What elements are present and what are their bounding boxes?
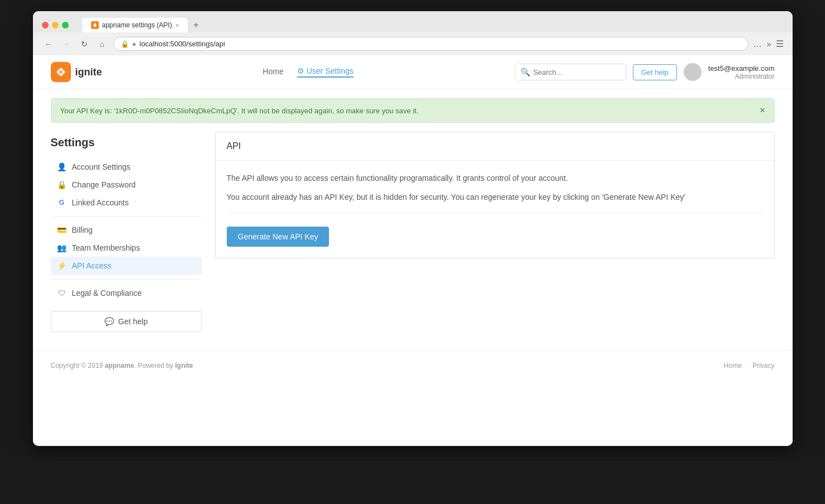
top-nav: ignite Home ⚙ User Settings 🔍 Get help t… [33, 55, 793, 89]
alert-close-btn[interactable]: × [760, 105, 765, 116]
security-icon: 🔒 [121, 40, 129, 48]
sidebar-label-team-memberships: Team Memberships [72, 243, 140, 252]
user-area: 🔍 Get help test5@example.com Administrat… [514, 63, 775, 81]
sidebar-get-help-btn[interactable]: 💬 Get help [51, 311, 202, 332]
sidebar-label-linked-accounts: Linked Accounts [72, 198, 129, 207]
sidebar-label-api-access: API Access [72, 261, 112, 270]
lock-icon: 🔒 [58, 180, 66, 189]
generate-api-key-btn[interactable]: Generate New API Key [227, 227, 330, 247]
person-icon: 👤 [58, 162, 66, 171]
sidebar-legal-section: 🛡 Legal & Compliance [51, 284, 202, 302]
browser-menu-btn[interactable]: ☰ [776, 39, 784, 49]
shield-icon: 🛡 [58, 289, 66, 297]
sidebar-item-linked-accounts[interactable]: G Linked Accounts [51, 194, 202, 212]
extensions-btn[interactable]: » [767, 40, 771, 49]
api-description-2: You account already has an API Key, but … [227, 191, 763, 203]
logo-area: ignite [51, 62, 102, 82]
google-icon: G [58, 198, 66, 207]
close-traffic-light[interactable] [42, 22, 49, 28]
search-icon: 🔍 [521, 68, 530, 76]
footer-copyright: Copyright © 2019 appname. Powered by Ign… [51, 362, 193, 369]
content-area: API The API allows you to access certain… [215, 132, 775, 332]
lock-icon: ● [132, 40, 136, 48]
browser-tab[interactable]: appname settings (API) × [82, 18, 188, 32]
api-card: API The API allows you to access certain… [215, 132, 775, 258]
card-header: API [216, 132, 774, 161]
card-divider [227, 213, 763, 213]
sidebar-label-account-settings: Account Settings [72, 162, 131, 171]
sidebar-item-account-settings[interactable]: 👤 Account Settings [51, 158, 202, 176]
alert-message: Your API Key is: '1kR0D-m0P0852CSIioNqDk… [60, 107, 419, 115]
get-help-btn[interactable]: Get help [633, 64, 677, 80]
search-bar[interactable]: 🔍 [514, 64, 626, 80]
sidebar: Settings 👤 Account Settings 🔒 Change Pas… [51, 132, 202, 332]
sidebar-label-change-password: Change Password [72, 180, 136, 189]
page-footer: Copyright © 2019 appname. Powered by Ign… [33, 350, 793, 381]
logo-text: ignite [75, 66, 102, 78]
sidebar-personal-section: 👤 Account Settings 🔒 Change Password G L… [51, 158, 202, 212]
lightning-icon: ⚡ [58, 261, 66, 270]
sidebar-org-section: 💳 Billing 👥 Team Memberships ⚡ API Acces… [51, 221, 202, 275]
home-btn[interactable]: ⌂ [96, 37, 109, 51]
forward-btn[interactable]: → [60, 37, 73, 51]
main-layout: Settings 👤 Account Settings 🔒 Change Pas… [33, 132, 793, 350]
settings-title: Settings [51, 136, 202, 149]
sidebar-label-legal: Legal & Compliance [72, 289, 142, 297]
user-role: Administrator [708, 73, 775, 80]
main-nav: Home ⚙ User Settings [263, 66, 353, 78]
sidebar-divider-2 [51, 279, 202, 280]
minimize-traffic-light[interactable] [52, 22, 59, 28]
user-email: test5@example.com [708, 64, 775, 73]
footer-home-link[interactable]: Home [724, 362, 742, 369]
new-tab-btn[interactable]: + [189, 18, 203, 32]
logo-icon [51, 62, 71, 82]
sidebar-item-legal[interactable]: 🛡 Legal & Compliance [51, 284, 202, 302]
maximize-traffic-light[interactable] [62, 22, 69, 28]
sidebar-item-team-memberships[interactable]: 👥 Team Memberships [51, 239, 202, 257]
settings-icon: ⚙ [297, 66, 304, 75]
alert-banner: Your API Key is: '1kR0D-m0P0852CSIioNqDk… [51, 98, 775, 123]
people-icon: 👥 [58, 243, 66, 252]
address-bar[interactable]: 🔒 ● localhost:5000/settings/api [113, 37, 748, 51]
url-text: localhost:5000/settings/api [140, 40, 741, 48]
sidebar-label-billing: Billing [72, 225, 93, 234]
footer-sep: · [746, 362, 748, 369]
back-btn[interactable]: ← [42, 37, 55, 51]
sidebar-item-api-access[interactable]: ⚡ API Access [51, 257, 202, 275]
api-description-1: The API allows you to access certain fun… [227, 172, 763, 184]
nav-home[interactable]: Home [263, 67, 283, 77]
tab-favicon [91, 21, 99, 29]
footer-links: Home · Privacy [724, 362, 775, 369]
sidebar-item-change-password[interactable]: 🔒 Change Password [51, 176, 202, 194]
user-info: test5@example.com Administrator [708, 64, 775, 80]
chat-icon: 💬 [104, 317, 114, 326]
sidebar-divider-1 [51, 216, 202, 217]
tab-close-btn[interactable]: × [175, 22, 179, 28]
card-title: API [227, 141, 241, 151]
refresh-btn[interactable]: ↻ [78, 37, 91, 51]
more-btn[interactable]: … [753, 39, 762, 49]
nav-user-settings[interactable]: ⚙ User Settings [297, 66, 354, 78]
tab-title: appname settings (API) [102, 21, 172, 29]
card-body: The API allows you to access certain fun… [216, 161, 774, 258]
footer-privacy-link[interactable]: Privacy [752, 362, 774, 369]
avatar [684, 63, 702, 81]
credit-card-icon: 💳 [58, 225, 66, 234]
sidebar-item-billing[interactable]: 💳 Billing [51, 221, 202, 239]
search-input[interactable] [533, 68, 617, 76]
